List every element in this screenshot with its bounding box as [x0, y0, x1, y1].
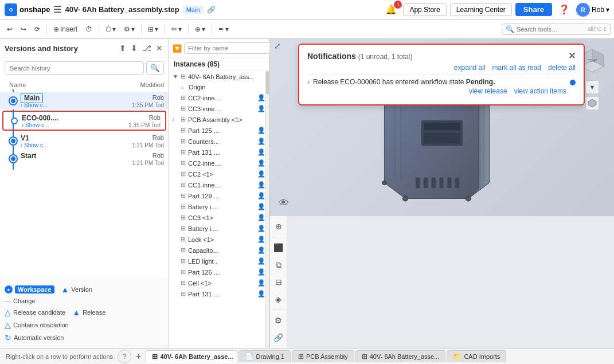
person-icon-6[interactable]: 👤 — [257, 159, 265, 167]
person-icon-14[interactable]: 👤 — [257, 246, 265, 254]
version-item-start[interactable]: Start Rob 1:21 PM Tod — [0, 150, 169, 167]
help-button[interactable]: ❓ — [556, 3, 573, 16]
view-release-link[interactable]: view release — [469, 87, 507, 95]
notifications-button[interactable]: 🔔 1 — [382, 3, 400, 16]
app-store-button[interactable]: App Store — [403, 3, 446, 16]
measure-button[interactable]: ⊕ ▾ — [191, 24, 209, 35]
list-item[interactable]: ⊞ CC2-inne.... 👤 — [169, 158, 269, 169]
list-item[interactable]: › ⊞ PCB Assembly <1> — [169, 114, 269, 125]
move-tool-button[interactable]: ⊕ — [271, 218, 287, 234]
link-icon[interactable]: 🔗 — [207, 6, 216, 14]
hamburger-menu[interactable]: ☰ — [53, 4, 61, 15]
expand-icon[interactable]: ▼ — [173, 73, 178, 80]
eye-icon[interactable]: 👁 — [279, 197, 289, 209]
filter-input[interactable] — [184, 42, 271, 54]
person-icon-7[interactable]: 👤 — [257, 170, 265, 178]
delete-all-link[interactable]: delete all — [548, 64, 576, 72]
scrollbar-track[interactable] — [265, 71, 269, 348]
search-input[interactable] — [517, 26, 585, 33]
assembly-button[interactable]: ⚙ — [271, 312, 287, 328]
list-item[interactable]: ⊞ Counters... 👤 — [169, 136, 269, 147]
3d-view-button[interactable] — [585, 96, 599, 110]
list-item[interactable]: ⊞ CC2 <1> 👤 — [169, 169, 269, 179]
view-dropdown[interactable]: ⊞ ▾ — [144, 24, 162, 35]
version-show-v1[interactable]: › Show c... — [21, 142, 48, 148]
person-icon-11[interactable]: 👤 — [257, 214, 265, 221]
list-item[interactable]: ⊞ Lock <1> 👤 — [169, 234, 269, 245]
sort-asc-icon[interactable]: ⬆ — [118, 42, 127, 54]
list-item[interactable]: ⊞ Part 131 .... 👤 — [169, 288, 269, 299]
search-button[interactable]: 🔍 — [146, 61, 164, 75]
list-item[interactable]: ⊞ CC1-inne.... 👤 — [169, 179, 269, 190]
search-history-input[interactable] — [5, 61, 144, 75]
pen-button[interactable]: ✒ ▾ — [215, 24, 232, 35]
tab-battery-2[interactable]: ⊞ 40V- 6Ah Battery_asse... — [355, 350, 446, 362]
expand-all-link[interactable]: expand all — [454, 64, 486, 72]
list-item[interactable]: ⊞ CC3-inne.... 👤 — [169, 103, 269, 114]
list-item[interactable]: ⊞ Cell <1> 👤 — [169, 277, 269, 288]
version-show-eco[interactable]: › Show c... — [22, 122, 49, 128]
person-icon-12[interactable]: 👤 — [257, 225, 265, 232]
close-panel-icon[interactable]: ✕ — [155, 42, 164, 54]
person-icon-10[interactable]: 👤 — [257, 203, 265, 210]
person-icon-17[interactable]: 👤 — [257, 279, 265, 287]
list-item[interactable]: ⊞ LED light . 👤 — [169, 256, 269, 267]
tab-pcb[interactable]: ⊞ PCB Assembly — [292, 350, 354, 362]
notif-chevron-icon[interactable]: › — [307, 78, 310, 86]
appearance-button[interactable]: ◈ — [271, 291, 287, 307]
person-icon[interactable]: 👤 — [257, 94, 265, 101]
help-status-icon[interactable]: ? — [118, 350, 131, 363]
redo-button[interactable]: ↪ — [17, 24, 30, 35]
parts-dropdown[interactable]: ⬡ ▾ — [102, 24, 119, 35]
section-view-button[interactable]: ⊟ — [271, 274, 287, 290]
scrollbar-thumb[interactable] — [266, 71, 269, 94]
layers-button[interactable]: ⧉ — [271, 257, 287, 273]
list-item[interactable]: ⊞ CC2-inne.... 👤 — [169, 92, 269, 103]
person-icon-9[interactable]: 👤 — [257, 192, 265, 199]
settings-dropdown[interactable]: ⚙ ▾ — [120, 24, 138, 35]
instance-item-battery[interactable]: ▼ ⊞ 40V- 6Ah Battery_ass... — [169, 71, 269, 82]
version-item-v1[interactable]: V1 Rob › Show c... 1:21 PM Tod — [0, 132, 169, 150]
person-icon-4[interactable]: 👤 — [257, 138, 265, 145]
version-item-eco[interactable]: ECO-000.... Rob › Show c... 1:35 PM Tod — [3, 112, 165, 130]
expand-view-icon[interactable]: ⤢ — [272, 40, 283, 52]
person-icon-13[interactable]: 👤 — [257, 236, 265, 243]
filter-icon[interactable]: 🔽 — [173, 44, 182, 53]
branch-icon[interactable]: ⎇ — [141, 42, 152, 54]
mates-button[interactable]: 🔗 — [271, 330, 287, 346]
person-icon-16[interactable]: 👤 — [257, 268, 265, 276]
insert-button[interactable]: ⊕ Insert — [50, 24, 81, 35]
list-item[interactable]: ⊞ Part 126 .... 👤 — [169, 267, 269, 277]
instance-item-origin[interactable]: ○ Origin — [169, 82, 269, 92]
list-item[interactable]: ⊞ CC3 <1> 👤 — [169, 212, 269, 223]
person-icon-5[interactable]: 👤 — [257, 148, 265, 156]
add-tab-button[interactable]: + — [132, 350, 144, 363]
version-item-main[interactable]: Main Rob › Show c... 1:35 PM Tod — [0, 92, 169, 109]
version-show-main[interactable]: › Show c... — [21, 102, 48, 108]
undo-button[interactable]: ↩ — [3, 24, 16, 35]
person-icon-15[interactable]: 👤 — [257, 257, 265, 265]
list-item[interactable]: ⊞ Battery i.... 👤 — [169, 201, 269, 212]
branch-tag[interactable]: Main — [183, 6, 204, 14]
sort-desc-icon[interactable]: ⬇ — [130, 42, 139, 54]
list-item[interactable]: ⊞ Part 129 .... 👤 — [169, 190, 269, 201]
close-notification-button[interactable]: ✕ — [568, 50, 576, 61]
history-button[interactable]: ⏱ — [82, 24, 96, 35]
person-icon-2[interactable]: 👤 — [257, 105, 265, 112]
person-icon-8[interactable]: 👤 — [257, 181, 265, 189]
sketch-dropdown[interactable]: ✏ ▾ — [168, 24, 185, 35]
sync-button[interactable]: ⟳ — [31, 24, 44, 35]
list-item[interactable]: ⊞ Capacito... 👤 — [169, 245, 269, 256]
list-item[interactable]: ⊞ Part 131 .... 👤 — [169, 147, 269, 158]
view-cube-button[interactable]: ⬛ — [271, 240, 287, 256]
tab-battery-assembly[interactable]: ⊞ 40V- 6Ah Battery_asse... — [146, 350, 237, 363]
tab-drawing[interactable]: 📄 Drawing 1 — [238, 350, 291, 362]
view-action-items-link[interactable]: view action items — [514, 87, 566, 95]
list-item[interactable]: ⊞ Battery i.... 👤 — [169, 223, 269, 234]
list-item[interactable]: ⊞ Part 125 .... 👤 — [169, 125, 269, 136]
tab-cad-imports[interactable]: 📁 CAD Imports — [447, 350, 506, 362]
mark-all-read-link[interactable]: mark all as read — [492, 64, 541, 72]
nav-down-arrow[interactable]: ▼ — [585, 80, 599, 94]
share-button[interactable]: Share — [515, 3, 552, 16]
learning-center-button[interactable]: Learning Center — [450, 3, 512, 16]
